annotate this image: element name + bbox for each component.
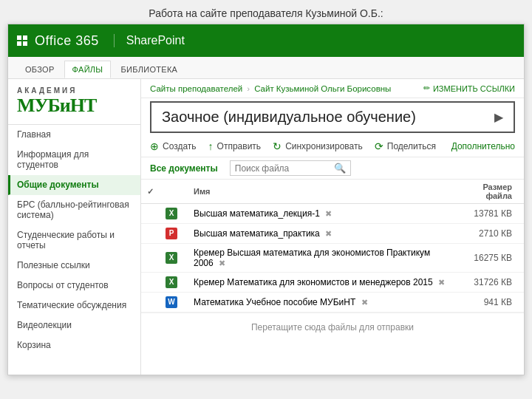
nav-item-thematic[interactable]: Тематические обсуждения xyxy=(8,296,140,316)
table-row[interactable]: W Математика Учебное пособие МУБиНТ ✖ 94… xyxy=(141,293,524,313)
share-button[interactable]: ⟳ Поделиться xyxy=(375,140,436,152)
logo-brand: МУБиНТ xyxy=(17,95,132,117)
sync-label: Синхронизировать xyxy=(285,141,363,151)
pin-icon: ✖ xyxy=(361,298,368,307)
nav-item-common-docs[interactable]: Общие документы xyxy=(8,175,140,195)
row-check xyxy=(141,244,160,273)
main-content: Сайты преподавателей › Сайт Кузьминой Ол… xyxy=(141,79,524,375)
nav-item-home[interactable]: Главная xyxy=(8,125,140,145)
search-input-wrap: 🔍 xyxy=(230,160,351,176)
breadcrumb-separator: › xyxy=(247,84,250,93)
sharepoint-label[interactable]: SharePoint xyxy=(114,34,185,47)
search-icon: 🔍 xyxy=(334,163,346,174)
nav-item-videolectures[interactable]: Видеолекции xyxy=(8,316,140,335)
nav-item-student-questions[interactable]: Вопросы от студентов xyxy=(8,276,140,296)
row-filename[interactable]: Кремер Математика для экономистов и мене… xyxy=(188,273,451,293)
row-check xyxy=(141,224,160,244)
sync-icon: ↻ xyxy=(273,140,282,152)
send-label: Отправить xyxy=(217,141,262,151)
file-type-icon: X xyxy=(166,276,177,288)
section-title: Заочное (индивидуальное обучение) xyxy=(162,109,416,126)
nav-item-student-works[interactable]: Студенческие работы и отчеты xyxy=(8,225,140,256)
file-table: ✓ Имя Размер файла X Высшая математика_л… xyxy=(141,180,524,313)
toolbar: ⊕ Создать ↑ Отправить ↻ Синхронизировать… xyxy=(141,136,524,157)
row-filename[interactable]: Кремер Высшая математика для экономистов… xyxy=(188,244,451,273)
row-filename[interactable]: Математика Учебное пособие МУБиНТ ✖ xyxy=(188,293,451,313)
row-check xyxy=(141,273,160,293)
nav-item-useful-links[interactable]: Полезные ссылки xyxy=(8,256,140,276)
edit-links-label: ИЗМЕНИТЬ ССЫЛКИ xyxy=(433,84,515,93)
nav-item-trash[interactable]: Корзина xyxy=(8,335,140,355)
row-type-icon: X xyxy=(160,244,188,273)
breadcrumb-item-1[interactable]: Сайты преподавателей xyxy=(150,84,242,93)
edit-links-btn[interactable]: ✏ ИЗМЕНИТЬ ССЫЛКИ xyxy=(423,83,515,93)
share-icon: ⟳ xyxy=(375,140,383,152)
pin-icon: ✖ xyxy=(325,209,332,218)
row-filesize: 13781 КВ xyxy=(451,204,524,224)
table-row[interactable]: X Кремер Математика для экономистов и ме… xyxy=(141,273,524,293)
row-type-icon: W xyxy=(160,293,188,313)
col-size-header: Размер файла xyxy=(451,180,524,204)
pin-icon: ✖ xyxy=(325,229,332,238)
row-type-icon: P xyxy=(160,224,188,244)
drop-zone: Перетащите сюда файлы для отправки xyxy=(141,313,524,341)
more-button[interactable]: Дополнительно xyxy=(451,141,515,151)
file-type-icon: P xyxy=(166,228,177,239)
logo-brand-text: МУБиНТ xyxy=(17,95,96,117)
nav-item-students-info[interactable]: Информация для студентов xyxy=(8,145,140,175)
section-banner: Заочное (индивидуальное обучение) ▶ xyxy=(150,101,515,133)
search-bar: Все документы 🔍 xyxy=(141,157,524,180)
sync-button[interactable]: ↻ Синхронизировать xyxy=(273,140,363,152)
left-sidebar: АКАДЕМИЯ МУБиНТ Главная Информация для с… xyxy=(8,79,141,375)
pin-icon: ✖ xyxy=(438,278,445,287)
tab-files[interactable]: ФАЙЛЫ xyxy=(64,61,112,78)
create-label: Создать xyxy=(163,141,197,151)
create-button[interactable]: ⊕ Создать xyxy=(150,140,197,152)
file-type-icon: X xyxy=(166,252,177,264)
col-type xyxy=(160,180,188,204)
row-check xyxy=(141,204,160,224)
app-name[interactable]: Office 365 xyxy=(35,33,99,49)
slide-title: Работа на сайте преподавателя Кузьминой … xyxy=(0,0,532,24)
all-docs-label[interactable]: Все документы xyxy=(150,163,218,174)
send-icon: ↑ xyxy=(208,140,214,152)
col-check: ✓ xyxy=(141,180,160,204)
table-row[interactable]: X Кремер Высшая математика для экономист… xyxy=(141,244,524,273)
row-filesize: 16275 КВ xyxy=(451,244,524,273)
tab-overview[interactable]: ОБЗОР xyxy=(17,61,63,78)
grid-icon xyxy=(17,35,27,46)
file-type-icon: W xyxy=(166,296,177,308)
col-name-header: Имя xyxy=(188,180,451,204)
row-type-icon: X xyxy=(160,273,188,293)
top-nav: Office 365 SharePoint xyxy=(8,24,524,57)
breadcrumb: Сайты преподавателей › Сайт Кузьминой Ол… xyxy=(141,79,524,98)
create-icon: ⊕ xyxy=(150,140,159,152)
row-type-icon: X xyxy=(160,204,188,224)
row-filename[interactable]: Высшая математика_практика ✖ xyxy=(188,224,451,244)
table-row[interactable]: P Высшая математика_практика ✖ 2710 КВ xyxy=(141,224,524,244)
row-filesize: 941 КВ xyxy=(451,293,524,313)
share-label: Поделиться xyxy=(387,141,436,151)
sub-nav: ОБЗОР ФАЙЛЫ БИБЛИОТЕКА xyxy=(8,57,524,79)
content-area: АКАДЕМИЯ МУБиНТ Главная Информация для с… xyxy=(8,79,524,375)
file-type-icon: X xyxy=(166,208,177,219)
logo-area: АКАДЕМИЯ МУБиНТ xyxy=(8,79,140,125)
logo-academy-text: АКАДЕМИЯ xyxy=(17,86,132,95)
pencil-icon: ✏ xyxy=(423,83,430,93)
pin-icon: ✖ xyxy=(219,259,225,267)
browser-frame: Office 365 SharePoint ОБЗОР ФАЙЛЫ БИБЛИО… xyxy=(7,24,525,375)
tab-library[interactable]: БИБЛИОТЕКА xyxy=(112,61,185,78)
send-button[interactable]: ↑ Отправить xyxy=(208,140,262,152)
nav-item-brs[interactable]: БРС (балльно-рейтинговая система) xyxy=(8,195,140,225)
search-input[interactable] xyxy=(235,163,331,174)
row-check xyxy=(141,293,160,313)
row-filename[interactable]: Высшая математика_лекция-1 ✖ xyxy=(188,204,451,224)
row-filesize: 2710 КВ xyxy=(451,224,524,244)
breadcrumb-item-2[interactable]: Сайт Кузьминой Ольги Борисовны xyxy=(254,84,391,93)
banner-arrow-icon: ▶ xyxy=(494,110,503,124)
table-row[interactable]: X Высшая математика_лекция-1 ✖ 13781 КВ xyxy=(141,204,524,224)
row-filesize: 31726 КВ xyxy=(451,273,524,293)
